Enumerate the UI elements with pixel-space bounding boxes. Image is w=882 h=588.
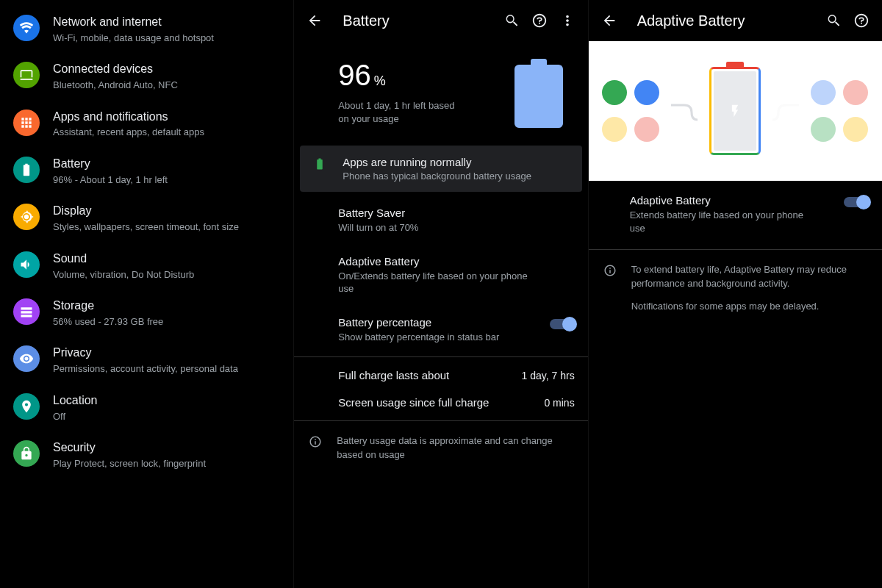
adaptive-toggle-row[interactable]: Adaptive Battery Extends battery life ba… [589, 181, 882, 246]
settings-item-sub: Permissions, account activity, personal … [53, 362, 238, 376]
full-charge-value: 1 day, 7 hrs [522, 369, 575, 381]
wire-icon [771, 98, 800, 124]
battery-saver-label: Battery Saver [338, 207, 574, 219]
back-icon[interactable] [304, 10, 325, 31]
settings-item-privacy[interactable]: PrivacyPermissions, account activity, pe… [0, 337, 293, 384]
settings-item-sub: Wi-Fi, mobile, data usage and hotspot [53, 32, 214, 45]
wifi-icon [13, 15, 40, 41]
illus-briefcase-icon [602, 117, 627, 142]
search-icon[interactable] [823, 10, 844, 31]
divider [589, 249, 882, 250]
settings-item-label: Connected devices [53, 62, 178, 77]
settings-item-sub: Volume, vibration, Do Not Disturb [53, 268, 194, 282]
battery-saver-row[interactable]: Battery Saver Will turn on at 70% [294, 196, 587, 245]
settings-item-location[interactable]: LocationOff [0, 384, 293, 431]
battery-status-card[interactable]: Apps are running normally Phone has typi… [300, 146, 581, 192]
settings-item-wifi[interactable]: Network and internetWi-Fi, mobile, data … [0, 6, 293, 53]
sound-icon [13, 251, 40, 278]
wire-icon [670, 98, 699, 124]
more-icon[interactable] [557, 10, 578, 31]
security-icon [13, 440, 40, 467]
battery-ok-icon [312, 156, 328, 171]
storage-icon [13, 298, 40, 325]
illus-battery-icon [709, 67, 761, 155]
settings-item-sub: Off [53, 410, 98, 423]
divider [294, 356, 587, 357]
settings-list: Network and internetWi-Fi, mobile, data … [0, 0, 293, 588]
settings-item-sub: Assistant, recent apps, default apps [53, 126, 204, 139]
screen-usage-row[interactable]: Screen usage since full charge 0 mins [294, 389, 587, 417]
battery-topbar: Battery [294, 0, 587, 38]
adaptive-info: To extend battery life, Adaptive Battery… [589, 253, 882, 324]
settings-item-security[interactable]: SecurityPlay Protect, screen lock, finge… [0, 431, 293, 478]
settings-item-label: Display [53, 204, 239, 219]
full-charge-label: Full charge lasts about [338, 369, 506, 381]
adaptive-info-text-2: Notifications for some apps may be delay… [631, 300, 869, 314]
settings-item-label: Location [53, 393, 98, 409]
battery-pane: Battery 96% About 1 day, 1 hr left based… [293, 0, 587, 588]
illus-chat-icon [602, 80, 627, 105]
illus-calendar-icon [811, 80, 836, 105]
adaptive-info-text-1: To extend battery life, Adaptive Battery… [631, 263, 869, 291]
illus-folder-icon [843, 117, 868, 142]
devices-icon [13, 62, 40, 88]
settings-item-battery[interactable]: Battery96% - About 1 day, 1 hr left [0, 148, 293, 195]
battery-estimate: About 1 day, 1 hr left based on your usa… [338, 99, 463, 126]
settings-item-sub: 96% - About 1 day, 1 hr left [53, 173, 168, 187]
settings-item-sub: 56% used - 27.93 GB free [53, 315, 163, 329]
help-icon[interactable] [529, 10, 550, 31]
settings-item-label: Network and internet [53, 15, 214, 30]
display-icon [13, 204, 40, 230]
battery-percentage-row[interactable]: Battery percentage Show battery percenta… [294, 306, 587, 354]
settings-item-sub: Bluetooth, Android Auto, NFC [53, 79, 178, 92]
adaptive-toggle[interactable] [844, 197, 869, 207]
settings-item-sound[interactable]: SoundVolume, vibration, Do Not Disturb [0, 243, 293, 290]
illus-mail-icon [634, 80, 659, 105]
back-icon[interactable] [599, 10, 620, 31]
full-charge-row[interactable]: Full charge lasts about 1 day, 7 hrs [294, 360, 587, 389]
battery-level-icon [514, 59, 563, 128]
info-icon [307, 434, 323, 462]
adaptive-battery-row[interactable]: Adaptive Battery On/Extends battery life… [294, 245, 587, 306]
battery-footnote-text: Battery usage data is approximate and ca… [337, 434, 574, 462]
adaptive-battery-label: Adaptive Battery [338, 255, 574, 268]
divider [294, 420, 587, 421]
illus-run-icon [634, 117, 659, 142]
settings-item-label: Battery [53, 157, 168, 172]
settings-item-devices[interactable]: Connected devicesBluetooth, Android Auto… [0, 53, 293, 100]
settings-item-apps[interactable]: Apps and notificationsAssistant, recent … [0, 101, 293, 148]
illus-map-icon [811, 117, 836, 142]
adaptive-topbar: Adaptive Battery [589, 0, 882, 38]
battery-footnote: Battery usage data is approximate and ca… [294, 424, 587, 473]
battery-percentage-label: Battery percentage [338, 316, 534, 329]
battery-status-sub: Phone has typical background battery usa… [343, 171, 531, 182]
screen-usage-value: 0 mins [544, 396, 574, 409]
adaptive-battery-sub: On/Extends battery life based on your ph… [338, 270, 529, 295]
settings-item-display[interactable]: DisplayStyles, wallpapers, screen timeou… [0, 195, 293, 242]
adaptive-pane: Adaptive Battery [588, 0, 882, 588]
battery-hero: 96% About 1 day, 1 hr left based on your… [294, 38, 587, 141]
battery-status-label: Apps are running normally [343, 156, 531, 168]
battery-percent: 96% [338, 59, 463, 92]
battery-saver-sub: Will turn on at 70% [338, 221, 529, 234]
search-icon[interactable] [501, 10, 522, 31]
settings-item-label: Storage [53, 298, 163, 314]
settings-item-label: Privacy [53, 345, 238, 361]
help-icon[interactable] [851, 10, 872, 31]
settings-item-storage[interactable]: Storage56% used - 27.93 GB free [0, 290, 293, 337]
adaptive-toggle-label: Adaptive Battery [630, 194, 831, 207]
privacy-icon [13, 345, 40, 372]
adaptive-toggle-sub: Extends battery life based on your phone… [630, 209, 814, 234]
battery-title: Battery [343, 12, 493, 29]
info-icon [602, 263, 618, 314]
location-icon [13, 393, 40, 420]
settings-pane: Network and internetWi-Fi, mobile, data … [0, 0, 293, 588]
adaptive-illustration [589, 41, 882, 181]
battery-icon [13, 157, 40, 183]
settings-item-sub: Styles, wallpapers, screen timeout, font… [53, 220, 239, 234]
screen-usage-label: Screen usage since full charge [338, 396, 529, 409]
battery-percentage-sub: Show battery percentage in status bar [338, 331, 529, 344]
battery-percentage-toggle[interactable] [550, 319, 575, 329]
battery-percent-value: 96 [338, 59, 371, 91]
battery-percent-unit: % [374, 74, 386, 88]
